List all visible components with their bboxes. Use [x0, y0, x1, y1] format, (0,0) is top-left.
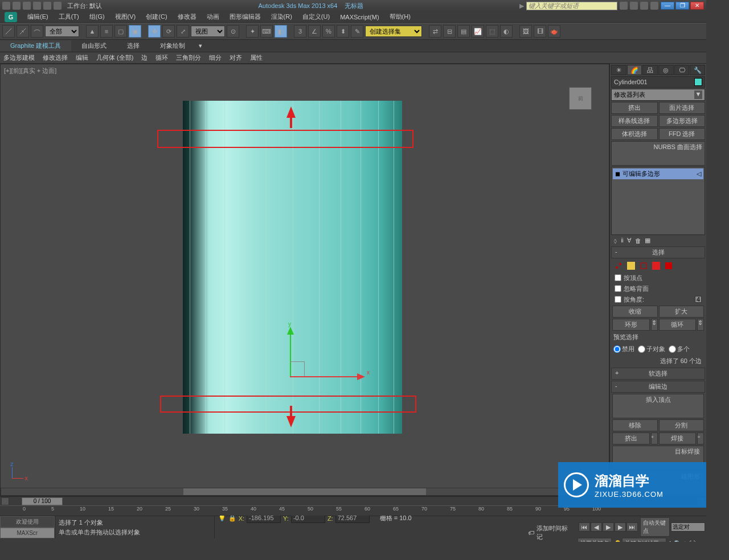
menu-animation[interactable]: 动画	[207, 13, 219, 21]
manipulate-icon[interactable]: ✦	[246, 25, 259, 38]
menu-create[interactable]: 创建(C)	[146, 13, 167, 21]
rollout-softsel[interactable]: +软选择	[611, 368, 705, 380]
menu-customize[interactable]: 自定义(U)	[302, 13, 330, 21]
curve-editor-icon[interactable]: 📈	[472, 25, 484, 38]
time-slider-thumb[interactable]: 0 / 100	[22, 497, 63, 505]
schematic-icon[interactable]: ⬚	[486, 25, 498, 38]
modifier-stack[interactable]: ◼ 可编辑多边形 ◁	[611, 167, 705, 235]
render-icon[interactable]: 🫖	[548, 25, 560, 38]
spinner-snap-icon[interactable]: ⬍	[337, 25, 349, 38]
menu-tools[interactable]: 工具(T)	[59, 13, 79, 21]
object-name-field[interactable]: Cylinder001	[611, 76, 705, 88]
rib-geomall[interactable]: 几何体 (全部)	[96, 53, 133, 62]
rib-subdiv[interactable]: 细分	[209, 53, 222, 62]
modifier-list-dropdown[interactable]: 修改器列表▼	[611, 89, 705, 101]
mod-btn-splinesel[interactable]: 样条线选择	[611, 115, 658, 127]
stack-item-editpoly[interactable]: ◼ 可编辑多边形 ◁	[613, 168, 703, 179]
menu-views[interactable]: 视图(V)	[115, 13, 136, 21]
snap-toggle-icon[interactable]: 3	[294, 25, 306, 38]
percent-snap-icon[interactable]: %	[322, 25, 335, 38]
redo-icon[interactable]	[43, 2, 51, 10]
cmdtab-create-icon[interactable]: ✳	[611, 65, 626, 75]
extrude-settings-icon[interactable]: ▫	[651, 433, 658, 444]
save-icon[interactable]	[23, 2, 31, 10]
unlink-icon[interactable]	[17, 25, 29, 38]
subobj-element-icon[interactable]	[665, 262, 673, 270]
rollout-selection[interactable]: -选择	[611, 246, 705, 258]
named-sel-edit-icon[interactable]: ✎	[351, 25, 363, 38]
render-setup-icon[interactable]: 🖼	[519, 25, 532, 38]
graphite-tab-selection[interactable]: 选择	[117, 40, 150, 51]
align-icon[interactable]: ⊟	[443, 25, 456, 38]
graphite-tab-modeling[interactable]: Graphite 建模工具	[0, 40, 71, 51]
rad-subobj[interactable]	[638, 345, 645, 353]
viewport-label[interactable]: [+][前][真实 + 边面]	[4, 67, 56, 75]
goto-end-icon[interactable]: ⏭	[626, 522, 638, 532]
btn-extrude2[interactable]: 挤出	[612, 433, 650, 444]
ring-spinner[interactable]: ⇕	[651, 319, 658, 331]
autokey-button[interactable]: 自动关键点	[640, 517, 670, 537]
viewport[interactable]: [+][前][真实 + 边面] 前 x y	[0, 64, 609, 496]
pin-stack-icon[interactable]: ⎀	[613, 237, 617, 244]
render-frame-icon[interactable]: 🎞	[534, 25, 546, 38]
play-icon[interactable]: ▶	[603, 522, 614, 532]
link-icon[interactable]	[54, 2, 62, 10]
menu-modifiers[interactable]: 修改器	[178, 13, 196, 21]
close-button[interactable]: ✕	[690, 2, 704, 10]
ref-coord-dropdown[interactable]: 视图	[191, 26, 225, 37]
btn-weld[interactable]: 焊接	[659, 433, 697, 444]
chk-byvertex[interactable]	[615, 274, 621, 281]
select-name-icon[interactable]: ≡	[100, 25, 113, 38]
window-crossing-icon[interactable]: ▣	[129, 25, 141, 38]
mod-btn-extrude[interactable]: 挤出	[611, 102, 658, 114]
angle-spinner[interactable]	[695, 296, 702, 303]
weld-settings-icon[interactable]: ▫	[697, 433, 704, 444]
mod-btn-ffdsel[interactable]: FFD 选择	[659, 128, 706, 140]
cmdtab-hierarchy-icon[interactable]: 品	[642, 65, 658, 75]
pivot-icon[interactable]: ⊙	[227, 25, 239, 38]
snap-2d-icon[interactable]: ◧	[275, 25, 287, 38]
show-end-icon[interactable]: ⅱ	[621, 237, 624, 244]
subobj-vertex-icon[interactable]	[615, 262, 622, 270]
expand-icon[interactable]: ◼	[615, 170, 620, 178]
add-timetag[interactable]: 添加时间标记	[536, 524, 573, 541]
rollout-editedge[interactable]: -编辑边	[611, 381, 705, 393]
help-search-input[interactable]	[526, 2, 617, 10]
loop-spinner[interactable]: ⇕	[697, 319, 704, 331]
btn-split[interactable]: 分割	[659, 419, 705, 431]
bind-icon[interactable]	[31, 25, 43, 38]
viewport-scrollbar-h[interactable]	[1, 488, 609, 496]
undo-icon[interactable]	[33, 2, 41, 10]
chk-ignoreback[interactable]	[615, 285, 621, 292]
remove-mod-icon[interactable]: 🗑	[635, 237, 641, 244]
nav-zoom-icon[interactable]: 🔍	[674, 540, 682, 542]
open-icon[interactable]	[13, 2, 21, 10]
menu-rendering[interactable]: 渲染(R)	[271, 13, 292, 21]
maximize-button[interactable]: ❐	[675, 2, 689, 10]
configure-icon[interactable]: ▦	[645, 237, 650, 244]
mirror-icon[interactable]: ⇄	[429, 25, 441, 38]
mod-btn-facesel[interactable]: 面片选择	[659, 102, 706, 114]
setkey-button[interactable]: 设置关键点	[578, 538, 612, 542]
prev-frame-icon[interactable]: ◀	[591, 522, 602, 532]
menu-grapheditors[interactable]: 图形编辑器	[230, 13, 261, 21]
keyfilter-button[interactable]: 关键点过滤器...	[622, 538, 666, 542]
rad-disable[interactable]	[613, 345, 621, 353]
mod-btn-volsel[interactable]: 体积选择	[611, 128, 658, 140]
next-frame-icon[interactable]: ▶	[615, 522, 626, 532]
named-selection-dropdown[interactable]: 创建选择集	[365, 26, 422, 37]
minimize-button[interactable]: —	[661, 2, 674, 10]
gizmo-x-axis[interactable]: x	[290, 376, 358, 377]
maxscript-mini[interactable]: MAXScr	[0, 528, 55, 539]
new-icon[interactable]	[2, 2, 10, 10]
cylinder-object[interactable]	[183, 101, 402, 434]
subobj-polygon-icon[interactable]	[652, 262, 660, 270]
cmdtab-motion-icon[interactable]: ◎	[658, 65, 674, 75]
graphite-tab-paint[interactable]: 对象绘制	[150, 40, 195, 51]
menu-edit[interactable]: 编辑(E)	[27, 13, 48, 21]
graphite-menu-icon[interactable]: ▾	[195, 42, 206, 50]
subobj-edge-icon[interactable]	[627, 262, 635, 270]
subobj-border-icon[interactable]	[640, 262, 648, 270]
cmdtab-modify-icon[interactable]: 🌈	[627, 65, 642, 75]
keybig-icon[interactable]: 🔑	[613, 540, 621, 542]
